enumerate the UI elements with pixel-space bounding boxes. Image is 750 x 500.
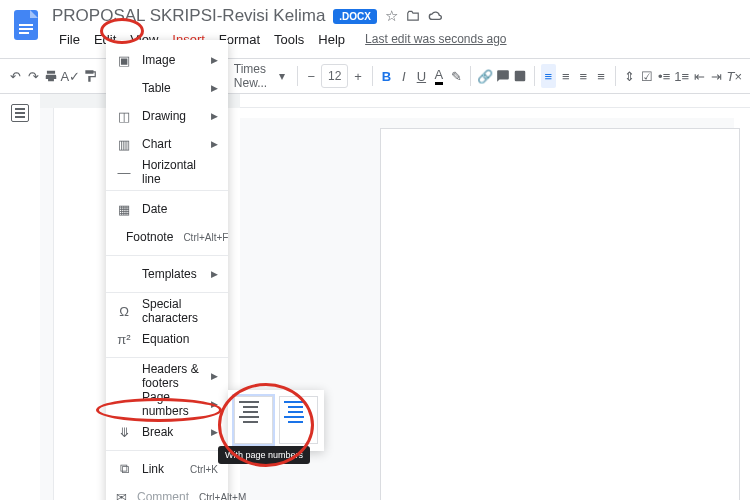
chevron-right-icon: ▶ [211, 55, 218, 65]
chevron-right-icon: ▶ [211, 269, 218, 279]
link-icon[interactable]: 🔗 [477, 64, 493, 88]
checklist-icon[interactable]: ☑ [639, 64, 655, 88]
menu-item-drawing[interactable]: ◫Drawing▶ [106, 102, 228, 130]
toc-with-links[interactable] [279, 396, 318, 444]
image-icon: ▣ [116, 52, 132, 68]
outline-icon[interactable] [11, 104, 29, 122]
italic-icon[interactable]: I [396, 64, 412, 88]
menu-file[interactable]: File [52, 28, 87, 51]
indent-inc-icon[interactable]: ⇥ [709, 64, 725, 88]
svg-rect-1 [19, 24, 33, 26]
menu-tools[interactable]: Tools [267, 28, 311, 51]
calendar-icon: ▦ [116, 201, 132, 217]
menu-item-equation[interactable]: π²Equation [106, 325, 228, 353]
drawing-icon: ◫ [116, 108, 132, 124]
font-inc-icon[interactable]: + [350, 64, 366, 88]
menu-item-comment[interactable]: ✉CommentCtrl+Alt+M [106, 483, 228, 500]
pi-icon: π² [116, 331, 132, 347]
redo-icon[interactable]: ↷ [26, 64, 42, 88]
menu-item-link[interactable]: ⧉LinkCtrl+K [106, 455, 228, 483]
chevron-right-icon: ▶ [211, 139, 218, 149]
star-icon[interactable]: ☆ [385, 7, 398, 25]
svg-rect-2 [19, 28, 33, 30]
comment-icon: ✉ [116, 489, 127, 500]
menu-item-special[interactable]: ΩSpecial characters [106, 297, 228, 325]
menu-item-table[interactable]: Table▶ [106, 74, 228, 102]
docs-logo[interactable] [8, 6, 44, 42]
menu-item-break[interactable]: ⤋Break▶ [106, 418, 228, 446]
menu-item-image[interactable]: ▣Image▶ [106, 46, 228, 74]
text-color-icon[interactable]: A [431, 64, 447, 88]
break-icon: ⤋ [116, 424, 132, 440]
undo-icon[interactable]: ↶ [8, 64, 24, 88]
omega-icon: Ω [116, 303, 132, 319]
chart-icon: ▥ [116, 136, 132, 152]
highlight-icon[interactable]: ✎ [449, 64, 465, 88]
image-icon[interactable] [512, 64, 528, 88]
insert-menu: ▣Image▶ Table▶ ◫Drawing▶ ▥Chart▶ —Horizo… [106, 40, 228, 500]
link-icon: ⧉ [116, 461, 132, 477]
paint-icon[interactable] [82, 64, 98, 88]
font-dec-icon[interactable]: − [304, 64, 320, 88]
number-list-icon[interactable]: 1≡ [674, 64, 690, 88]
font-size-input[interactable]: 12 [321, 64, 348, 88]
chevron-right-icon: ▶ [211, 399, 218, 409]
page[interactable] [380, 128, 740, 500]
menu-item-chart[interactable]: ▥Chart▶ [106, 130, 228, 158]
menu-item-date[interactable]: ▦Date [106, 195, 228, 223]
clear-format-icon[interactable]: T× [727, 64, 743, 88]
move-icon[interactable] [406, 9, 420, 23]
menu-help[interactable]: Help [311, 28, 352, 51]
cloud-icon[interactable] [428, 10, 444, 22]
chevron-right-icon: ▶ [211, 83, 218, 93]
menu-item-footnote[interactable]: FootnoteCtrl+Alt+F [106, 223, 228, 251]
svg-rect-4 [515, 71, 526, 82]
chevron-right-icon: ▶ [211, 371, 218, 381]
align-center-icon[interactable]: ≡ [558, 64, 574, 88]
indent-dec-icon[interactable]: ⇤ [691, 64, 707, 88]
menu-item-hline[interactable]: —Horizontal line [106, 158, 228, 186]
comment-icon[interactable] [495, 64, 511, 88]
align-right-icon[interactable]: ≡ [576, 64, 592, 88]
docx-badge: .DOCX [333, 9, 377, 24]
print-icon[interactable] [43, 64, 59, 88]
menu-item-templates[interactable]: Templates▶ [106, 260, 228, 288]
underline-icon[interactable]: U [414, 64, 430, 88]
last-edit-link[interactable]: Last edit was seconds ago [358, 28, 513, 51]
vertical-ruler[interactable] [40, 108, 54, 500]
align-justify-icon[interactable]: ≡ [593, 64, 609, 88]
toc-with-page-numbers[interactable] [234, 396, 273, 444]
bullet-list-icon[interactable]: •≡ [656, 64, 672, 88]
doc-title[interactable]: PROPOSAL SKRIPSI-Revisi Kelima [52, 6, 325, 26]
menu-item-pagenum[interactable]: Page numbers▶ [106, 390, 228, 418]
tooltip: With page numbers [218, 446, 310, 464]
chevron-right-icon: ▶ [211, 111, 218, 121]
svg-rect-3 [19, 32, 29, 34]
chevron-right-icon: ▶ [211, 427, 218, 437]
outline-panel [0, 94, 40, 500]
menu-item-headers[interactable]: Headers & footers▶ [106, 362, 228, 390]
hline-icon: — [116, 164, 132, 180]
font-select[interactable]: Times New...▾ [228, 64, 291, 88]
toc-submenu [228, 390, 324, 451]
line-spacing-icon[interactable]: ⇕ [621, 64, 637, 88]
bold-icon[interactable]: B [379, 64, 395, 88]
spellcheck-icon[interactable]: A✓ [61, 64, 81, 88]
align-left-icon[interactable]: ≡ [541, 64, 557, 88]
